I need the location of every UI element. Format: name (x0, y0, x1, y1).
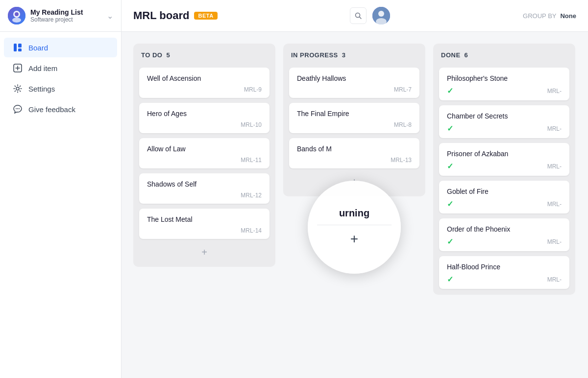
column-inprogress-header: IN PROGRESS 3 (289, 51, 419, 63)
feedback-icon (13, 104, 23, 114)
card-mrl8-id: MRL-8 (394, 121, 412, 128)
svg-point-17 (378, 11, 384, 17)
search-button[interactable] (350, 7, 367, 24)
svg-rect-5 (18, 44, 22, 47)
card-mrl9-id: MRL-9 (244, 86, 262, 93)
card-done-3[interactable]: Goblet of Fire ✓ MRL- (439, 181, 569, 213)
sidebar-item-board[interactable]: Board (4, 38, 117, 57)
card-mrl14[interactable]: The Lost Metal MRL-14 (139, 209, 270, 239)
group-by-value: None (560, 12, 576, 20)
card-mrl13[interactable]: Bands of M MRL-13 (289, 138, 419, 168)
sidebar: My Reading List Software project ⌄ Board (0, 0, 122, 378)
sidebar-item-settings[interactable]: Settings (4, 79, 117, 98)
column-done-title: DONE (441, 51, 461, 59)
card-mrl9[interactable]: Well of Ascension MRL-9 (139, 68, 270, 98)
check-icon-1: ✓ (447, 124, 453, 133)
card-mrl13-footer: MRL-13 (297, 157, 412, 164)
card-done-5[interactable]: Half-Blood Prince ✓ MRL- (439, 256, 569, 289)
svg-rect-6 (18, 48, 22, 51)
svg-point-2 (15, 12, 19, 16)
card-mrl14-title: The Lost Metal (147, 215, 262, 223)
check-icon-3: ✓ (447, 199, 453, 209)
card-done-1-id: MRL- (547, 125, 562, 132)
card-mrl9-title: Well of Ascension (147, 74, 262, 82)
card-mrl7-id: MRL-7 (394, 86, 412, 93)
sidebar-item-feedback[interactable]: Give feedback (4, 99, 117, 119)
column-inprogress: IN PROGRESS 3 Deathly Hallows MRL-7 The … (283, 44, 425, 196)
card-done-2-title: Prisoner of Azkaban (447, 150, 562, 158)
sidebar-item-board-label: Board (28, 44, 48, 52)
column-done-header: DONE 6 (439, 51, 569, 63)
card-mrl10-footer: MRL-10 (147, 121, 262, 128)
column-done: DONE 6 Philosopher's Stone ✓ MRL- Chambe… (433, 44, 575, 295)
svg-point-10 (16, 87, 19, 90)
card-done-2[interactable]: Prisoner of Azkaban ✓ MRL- (439, 143, 569, 176)
card-mrl8-title: The Final Empire (297, 110, 412, 118)
card-done-1-title: Chamber of Secrets (447, 112, 562, 120)
add-icon (13, 63, 23, 73)
card-mrl7-footer: MRL-7 (297, 86, 412, 93)
card-done-4-id: MRL- (547, 238, 562, 245)
project-type: Software project (30, 16, 102, 23)
card-mrl12-title: Shadows of Self (147, 180, 262, 188)
card-mrl12-footer: MRL-12 (147, 192, 262, 199)
card-mrl13-title: Bands of M (297, 145, 412, 153)
check-icon-5: ✓ (447, 275, 453, 284)
card-mrl7-title: Deathly Hallows (297, 74, 412, 82)
board-icon (13, 43, 23, 52)
topbar-controls (350, 7, 390, 24)
card-mrl8-footer: MRL-8 (297, 121, 412, 128)
avatar[interactable] (372, 7, 390, 24)
check-icon-0: ✓ (447, 86, 453, 95)
card-done-1[interactable]: Chamber of Secrets ✓ MRL- (439, 105, 569, 138)
overlay-divider (317, 225, 392, 225)
card-done-3-id: MRL- (547, 201, 562, 208)
card-done-4[interactable]: Order of the Phoenix ✓ MRL- (439, 218, 569, 251)
sidebar-item-add-item[interactable]: Add item (4, 58, 117, 78)
check-icon-4: ✓ (447, 237, 453, 246)
beta-badge: BETA (194, 12, 217, 20)
column-todo-header: TO DO 5 (139, 51, 270, 63)
card-done-3-footer: ✓ MRL- (447, 199, 562, 209)
card-done-2-id: MRL- (547, 163, 562, 170)
card-mrl14-id: MRL-14 (241, 227, 262, 234)
card-done-5-id: MRL- (547, 276, 562, 283)
card-done-5-title: Half-Blood Prince (447, 263, 562, 271)
sidebar-item-add-label: Add item (28, 64, 57, 72)
svg-point-13 (19, 108, 20, 109)
group-by-control[interactable]: GROUP BY None (523, 12, 576, 20)
board-area: TO DO 5 Well of Ascension MRL-9 Hero of … (122, 32, 588, 378)
add-item-todo-button[interactable]: + (139, 244, 270, 261)
card-mrl12[interactable]: Shadows of Self MRL-12 (139, 173, 270, 204)
card-done-4-title: Order of the Phoenix (447, 225, 562, 233)
card-done-0[interactable]: Philosopher's Stone ✓ MRL- (439, 68, 569, 100)
overlay-text: urning (339, 208, 369, 219)
project-logo (8, 7, 25, 24)
card-mrl10-id: MRL-10 (241, 121, 262, 128)
card-mrl10[interactable]: Hero of Ages MRL-10 (139, 103, 270, 133)
column-todo-title: TO DO (141, 51, 162, 59)
svg-point-11 (16, 108, 17, 109)
column-inprogress-count: 3 (342, 51, 345, 59)
project-title-block: My Reading List Software project (30, 8, 102, 23)
card-mrl11-title: Allow of Law (147, 145, 262, 153)
svg-point-12 (17, 108, 18, 109)
card-mrl11-id: MRL-11 (241, 157, 262, 164)
add-item-inprogress-button[interactable]: + (289, 173, 419, 190)
topbar-title: MRL board BETA (133, 9, 218, 22)
card-mrl11[interactable]: Allow of Law MRL-11 (139, 138, 270, 168)
card-done-5-footer: ✓ MRL- (447, 275, 562, 284)
card-mrl8[interactable]: The Final Empire MRL-8 (289, 103, 419, 133)
card-mrl7[interactable]: Deathly Hallows MRL-7 (289, 68, 419, 98)
column-inprogress-title: IN PROGRESS (291, 51, 338, 59)
overlay-circle: urning + (308, 181, 401, 274)
column-todo-count: 5 (166, 51, 170, 59)
project-header[interactable]: My Reading List Software project ⌄ (0, 0, 121, 32)
card-done-0-id: MRL- (547, 88, 562, 94)
card-mrl13-id: MRL-13 (391, 157, 412, 164)
chevron-down-icon: ⌄ (107, 11, 113, 21)
board-title: MRL board (133, 9, 189, 22)
check-icon-2: ✓ (447, 162, 453, 171)
column-done-count: 6 (465, 51, 468, 59)
project-name: My Reading List (30, 8, 102, 16)
